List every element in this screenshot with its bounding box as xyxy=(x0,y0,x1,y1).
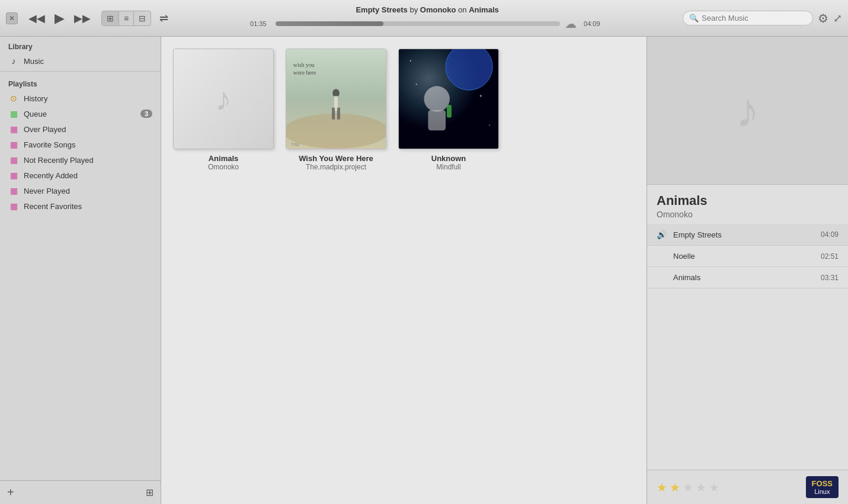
not-recently-played-icon: ▦ xyxy=(8,155,19,165)
history-icon: ⊙ xyxy=(8,94,19,103)
fast-forward-button[interactable]: ▶▶ xyxy=(71,11,94,26)
grid-view-button[interactable]: ⊞ xyxy=(102,11,119,25)
svg-point-17 xyxy=(416,84,417,85)
playback-controls: ◀◀ ▶ ▶▶ xyxy=(25,9,94,27)
svg-point-18 xyxy=(489,124,490,126)
list-view-button[interactable]: ≡ xyxy=(119,11,134,25)
track-name-empty-streets: Empty Streets xyxy=(673,230,815,239)
track-item-animals[interactable]: Animals 03:31 xyxy=(647,267,848,288)
sidebar-bottom: + ⊞ xyxy=(0,480,161,504)
progress-bar[interactable] xyxy=(276,21,560,26)
album-card-animals[interactable]: ♪ Animals Omonoko xyxy=(173,49,274,171)
add-playlist-button[interactable]: + xyxy=(7,486,14,499)
sidebar: Library ♪ Music Playlists ⊙ History ▦ Qu… xyxy=(0,37,161,504)
sidebar-item-music-label: Music xyxy=(24,57,44,66)
album-card-wish[interactable]: wish you were here tmp Wish You Were Her… xyxy=(286,49,386,171)
svg-rect-5 xyxy=(337,108,340,120)
sidebar-item-not-recently-played[interactable]: ▦ Not Recently Played xyxy=(0,152,161,168)
playlists-label: Playlists xyxy=(0,74,161,91)
track-album: Animals xyxy=(469,5,499,14)
sidebar-item-music[interactable]: ♪ Music xyxy=(0,53,161,69)
track-duration-noelle: 02:51 xyxy=(821,252,839,261)
rewind-button[interactable]: ◀◀ xyxy=(25,11,49,26)
star-1[interactable]: ★ xyxy=(657,480,667,495)
foss-linux-badge: FOSS Linux xyxy=(806,476,839,498)
player-center: Empty Streets by Omonoko on Animals 01:3… xyxy=(177,5,678,31)
wish-art-inner: wish you were here tmp xyxy=(286,49,386,149)
search-box: 🔍 xyxy=(683,11,813,25)
star-3[interactable]: ★ xyxy=(683,480,693,495)
track-name-animals: Animals xyxy=(673,273,815,282)
progress-row: 01:35 ☁ 04:09 xyxy=(250,17,604,31)
sidebar-item-recently-added[interactable]: ▦ Recently Added xyxy=(0,168,161,183)
svg-rect-4 xyxy=(332,108,335,120)
total-time: 04:09 xyxy=(584,20,604,27)
track-item-empty-streets[interactable]: 🔊 Empty Streets 04:09 xyxy=(647,224,848,246)
sidebar-item-history-label: History xyxy=(24,94,47,103)
recent-favorites-icon: ▦ xyxy=(8,201,19,211)
album-title-unknown: Unknown xyxy=(431,154,466,163)
view-toggle: ⊞ ≡ ⊟ xyxy=(101,11,151,26)
now-playing-album: Animals xyxy=(657,193,839,208)
sidebar-item-queue-label: Queue xyxy=(24,110,47,118)
close-button[interactable]: ✕ xyxy=(6,12,18,24)
recently-added-icon: ▦ xyxy=(8,171,19,180)
library-label: Library xyxy=(0,37,161,53)
never-played-icon: ▦ xyxy=(8,186,19,195)
foss-text: FOSS xyxy=(812,479,833,488)
album-artist-wish: The.madpix.project xyxy=(306,163,366,171)
music-icon: ♪ xyxy=(8,56,19,66)
now-playing-info: Animals Omonoko xyxy=(647,185,848,224)
play-button[interactable]: ▶ xyxy=(51,9,68,27)
svg-text:wish you: wish you xyxy=(293,62,315,68)
album-grid: ♪ Animals Omonoko xyxy=(161,37,647,504)
star-2[interactable]: ★ xyxy=(670,480,680,495)
album-artist-animals: Omonoko xyxy=(208,163,239,171)
star-5[interactable]: ★ xyxy=(709,480,719,495)
search-icon: 🔍 xyxy=(689,14,699,23)
sidebar-divider xyxy=(0,71,161,72)
track-duration-animals: 03:31 xyxy=(821,274,839,282)
linux-text: Linux xyxy=(814,488,830,495)
sidebar-item-never-played-label: Never Played xyxy=(24,187,70,195)
sidebar-item-never-played[interactable]: ▦ Never Played xyxy=(0,183,161,198)
now-playing-art: ♪ xyxy=(647,37,848,185)
now-playing-placeholder: ♪ xyxy=(736,84,760,138)
album-title-wish: Wish You Were Here xyxy=(299,154,373,163)
sidebar-item-over-played[interactable]: ▦ Over Played xyxy=(0,121,161,137)
sidebar-item-favorite-songs[interactable]: ▦ Favorite Songs xyxy=(0,137,161,152)
album-art-unknown xyxy=(398,49,499,149)
star-4[interactable]: ★ xyxy=(696,480,706,495)
album-card-unknown[interactable]: Unknown Mindfull xyxy=(398,49,499,171)
album-artist-unknown: Mindfull xyxy=(436,163,460,171)
svg-rect-13 xyxy=(428,110,446,131)
expand-button[interactable]: ⤢ xyxy=(833,12,842,25)
gear-button[interactable]: ⚙ xyxy=(818,11,828,25)
sidebar-item-not-recently-played-label: Not Recently Played xyxy=(24,156,94,165)
sidebar-item-recent-favorites[interactable]: ▦ Recent Favorites xyxy=(0,198,161,214)
track-info: Empty Streets by Omonoko on Animals xyxy=(356,5,498,14)
favorite-songs-icon: ▦ xyxy=(8,140,19,149)
right-panel-footer: ★ ★ ★ ★ ★ FOSS Linux xyxy=(647,470,848,504)
main-layout: Library ♪ Music Playlists ⊙ History ▦ Qu… xyxy=(0,37,848,504)
svg-point-15 xyxy=(410,60,411,62)
cloud-icon: ☁ xyxy=(565,17,577,31)
shuffle-button[interactable]: ⇌ xyxy=(156,12,172,25)
column-view-button[interactable]: ⊟ xyxy=(134,11,151,25)
search-area: 🔍 ⚙ ⤢ xyxy=(683,11,842,25)
queue-icon: ▦ xyxy=(8,109,19,118)
track-artist: Omonoko xyxy=(420,5,456,14)
sidebar-item-history[interactable]: ⊙ History xyxy=(0,91,161,106)
track-item-noelle[interactable]: Noelle 02:51 xyxy=(647,246,848,267)
svg-point-12 xyxy=(424,86,449,111)
track-list: 🔊 Empty Streets 04:09 Noelle 02:51 Anima… xyxy=(647,224,848,470)
sidebar-item-favorite-songs-label: Favorite Songs xyxy=(24,140,75,149)
unknown-art-inner xyxy=(399,49,498,149)
track-name-noelle: Noelle xyxy=(673,252,815,261)
equalizer-button[interactable]: ⊞ xyxy=(146,487,153,498)
current-time: 01:35 xyxy=(250,20,271,27)
svg-rect-14 xyxy=(447,105,452,118)
search-input[interactable] xyxy=(702,14,807,23)
album-title-animals: Animals xyxy=(209,154,239,163)
sidebar-item-queue[interactable]: ▦ Queue 3 xyxy=(0,106,161,121)
